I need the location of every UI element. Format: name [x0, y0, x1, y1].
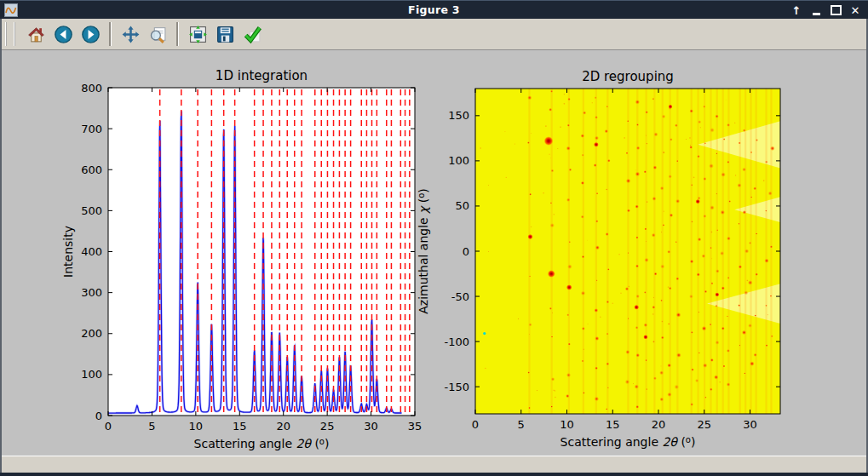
diffraction-spot: [721, 286, 725, 290]
diffraction-spot: [527, 95, 532, 100]
diffraction-spot: [594, 308, 598, 313]
plot-2d-regrouping[interactable]: [475, 89, 780, 414]
diffraction-spot: [660, 186, 664, 191]
diffraction-spot: [661, 335, 664, 339]
diffraction-spot: [581, 215, 584, 218]
diffraction-spot: [627, 318, 629, 319]
zoom-button[interactable]: [146, 22, 170, 46]
strong-diffraction-spot: [544, 136, 554, 146]
diffraction-spot: [627, 209, 630, 212]
back-button[interactable]: [51, 22, 75, 46]
diffraction-spot: [566, 198, 571, 202]
diffraction-spot: [703, 105, 706, 108]
plot-title: 2D regrouping: [582, 69, 674, 84]
diffraction-spot: [755, 272, 758, 276]
diffraction-spot: [635, 264, 639, 267]
diffraction-spot: [660, 299, 663, 301]
strong-diffraction-spot: [643, 335, 648, 340]
diffraction-spot: [645, 111, 648, 114]
diffraction-spot: [753, 353, 757, 358]
diffraction-spot: [710, 324, 712, 326]
diffraction-spot: [710, 358, 714, 362]
diffraction-spot: [644, 291, 647, 294]
maximize-button[interactable]: [830, 3, 842, 18]
svg-text:15: 15: [606, 418, 620, 431]
diffraction-spot: [549, 108, 552, 112]
pan-button[interactable]: [118, 22, 142, 46]
svg-text:15: 15: [233, 420, 247, 433]
diffraction-spot: [643, 323, 647, 327]
diffraction-spot: [652, 233, 656, 238]
diffraction-spot: [549, 223, 555, 228]
rollup-button[interactable]: ↑: [790, 3, 802, 18]
diffraction-spot: [676, 353, 681, 358]
svg-text:-150: -150: [444, 381, 469, 393]
confirm-button[interactable]: [240, 22, 264, 46]
toolbar-separator: [176, 22, 179, 46]
diffraction-spot: [595, 135, 599, 140]
diffraction-spot: [689, 146, 693, 149]
diffraction-spot: [691, 221, 693, 223]
diffraction-spot: [652, 306, 655, 309]
figure-canvas[interactable]: 0510152025303501002003004005006007008001…: [2, 49, 866, 456]
diffraction-spot: [625, 380, 630, 385]
window-left-border: [0, 19, 2, 473]
subplots-button[interactable]: [186, 22, 210, 46]
diffraction-spot: [698, 120, 701, 123]
titlebar[interactable]: Figure 3 ↑✕: [0, 0, 868, 19]
window-controls: ↑✕: [790, 1, 861, 20]
diffraction-spot: [568, 342, 571, 345]
diffraction-spot: [529, 193, 532, 196]
home-button[interactable]: [24, 22, 48, 46]
diffraction-spot: [581, 291, 586, 296]
strong-diffraction-spot: [668, 105, 672, 109]
svg-text:25: 25: [320, 420, 335, 433]
diffraction-spot: [607, 159, 611, 163]
diffraction-spot: [668, 175, 672, 179]
diffraction-spot: [549, 307, 553, 311]
diffraction-spot: [737, 183, 741, 187]
diffraction-spot: [710, 387, 713, 391]
diffraction-spot: [743, 129, 746, 132]
close-button[interactable]: ✕: [849, 3, 861, 18]
diffraction-spot: [625, 350, 629, 354]
diffraction-spot: [720, 210, 725, 215]
save-button[interactable]: [213, 22, 237, 46]
diffraction-spot: [698, 311, 699, 313]
plot-1d-integration[interactable]: [108, 88, 415, 416]
minimize-button[interactable]: [810, 3, 822, 18]
toolbar-grip[interactable]: [5, 22, 15, 46]
diffraction-spot: [716, 193, 717, 195]
diffraction-spot: [595, 220, 599, 223]
diffraction-spot: [698, 352, 700, 353]
svg-text:20: 20: [276, 420, 290, 433]
diffraction-spot: [749, 242, 752, 245]
plots-canvas[interactable]: 0510152025303501002003004005006007008001…: [2, 50, 866, 456]
diffraction-spot: [744, 290, 748, 295]
diffraction-spot: [739, 265, 743, 269]
diffraction-spot: [710, 282, 713, 284]
forward-button[interactable]: [78, 22, 102, 46]
diffraction-spot: [695, 379, 699, 383]
svg-text:5: 5: [148, 420, 155, 433]
diffraction-spot: [691, 368, 694, 371]
diffraction-spot: [527, 371, 530, 374]
diffraction-spot: [742, 168, 746, 172]
diffraction-spot: [691, 184, 693, 186]
diffraction-spot: [583, 392, 585, 394]
diffraction-spot: [605, 232, 608, 236]
diffraction-spot: [738, 223, 739, 225]
diffraction-spot: [635, 100, 640, 105]
diffraction-spot: [710, 205, 715, 210]
diffraction-spot: [689, 295, 693, 299]
diffraction-spot: [698, 238, 702, 242]
diffraction-spot: [720, 251, 724, 255]
diffraction-spot: [766, 344, 768, 347]
diffraction-spot: [670, 138, 673, 141]
diffraction-spot: [710, 128, 715, 133]
diffraction-spot: [714, 375, 719, 380]
diffraction-spot: [716, 269, 720, 273]
diffraction-spot: [551, 377, 555, 381]
diffraction-spot: [663, 151, 665, 153]
diffraction-spot: [690, 260, 694, 264]
